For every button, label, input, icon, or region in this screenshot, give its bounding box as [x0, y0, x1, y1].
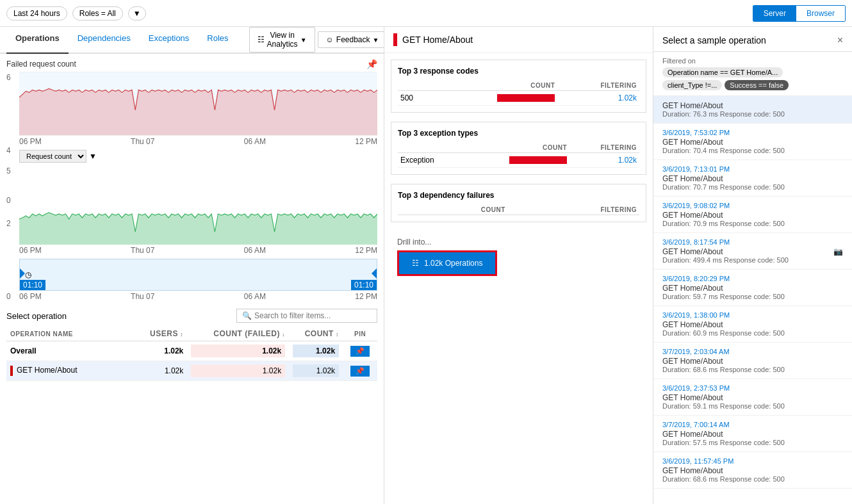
pin-btn[interactable]: 📌 — [350, 366, 370, 377]
feedback-btn[interactable]: ☺ Feedback ▼ — [318, 31, 384, 48]
sample-date: 3/6/2019, 2:37:53 PM — [662, 384, 843, 392]
operations-table: OPERATION NAME USERS ↕ COUNT (FAILED) ↓ … — [6, 327, 377, 381]
col-count: COUNT ↕ — [289, 327, 343, 341]
mid-content: Top 3 response codes COUNT FILTERING 500… — [384, 53, 653, 504]
sample-meta: Duration: 59.7 ms Response code: 500 — [662, 293, 843, 300]
list-item[interactable]: 3/6/2019, 8:17:54 PMGET Home/About📷Durat… — [653, 233, 852, 270]
chevron-down-icon: ▼ — [300, 37, 307, 44]
time-filter[interactable]: Last 24 hours — [6, 6, 67, 20]
df-col-type — [398, 205, 414, 215]
filter-chip[interactable]: Operation name == GET Home/A... — [662, 67, 783, 77]
view-analytics-btn[interactable]: ☷ View in Analytics ▼ — [249, 27, 315, 53]
roles-filter-label: Roles = All — [79, 9, 116, 18]
sample-meta: Duration: 57.5 ms Response code: 500 — [662, 439, 843, 446]
drill-button[interactable]: ☷ 1.02k Operations — [397, 250, 497, 276]
list-item[interactable]: GET Home/AboutDuration: 76.3 ms Response… — [653, 96, 852, 124]
request-count-dropdown: Request count ▼ — [19, 150, 377, 163]
tab-exceptions[interactable]: Exceptions — [140, 27, 199, 54]
sample-meta: Duration: 76.3 ms Response code: 500 — [662, 110, 843, 118]
sample-date: 3/6/2019, 9:08:02 PM — [662, 202, 843, 209]
middle-panel: GET Home/About Top 3 response codes COUN… — [384, 27, 653, 504]
sample-meta: Duration: 60.9 ms Response code: 500 — [662, 329, 843, 337]
sample-op: GET Home/About — [662, 138, 843, 147]
roles-filter[interactable]: Roles = All — [72, 6, 123, 20]
sample-op: GET Home/About — [662, 393, 843, 402]
brush-rewind-icon[interactable]: ◷ — [25, 270, 31, 279]
svg-marker-3 — [19, 213, 377, 245]
server-tab-btn[interactable]: Server — [753, 6, 796, 21]
tabs: Operations Dependencies Exceptions Roles — [0, 27, 244, 53]
chart-title-row: Failed request count 📌 — [6, 59, 377, 69]
list-item[interactable]: 3/7/2019, 7:00:14 AMGET Home/AboutDurati… — [653, 416, 852, 452]
chart-section: Failed request count 📌 6420 — [0, 54, 384, 305]
list-item[interactable]: 3/6/2019, 7:13:01 PMGET Home/AboutDurati… — [653, 160, 852, 197]
op-count-failed-cell: 1.02k — [187, 341, 289, 361]
tab-roles[interactable]: Roles — [198, 27, 237, 54]
et-bar — [464, 153, 570, 168]
pin-icon[interactable]: 📌 — [366, 59, 377, 69]
sample-date: 3/7/2019, 2:03:04 AM — [662, 348, 843, 355]
sample-op: GET Home/About📷 — [662, 247, 843, 256]
brush-selector[interactable]: ◷ 01:10 01:10 — [19, 259, 377, 291]
sample-op: GET Home/About — [662, 430, 843, 439]
grid-icon: ☷ — [258, 35, 265, 44]
response-codes-table: COUNT FILTERING 500 1.02k — [398, 81, 639, 106]
filter-icon-btn[interactable]: ▼ — [128, 6, 146, 20]
ops-title: Select operation — [6, 311, 67, 321]
drill-label: Drill into... — [397, 238, 640, 247]
sample-op: GET Home/About — [662, 357, 843, 366]
close-button[interactable]: × — [837, 35, 843, 46]
search-input[interactable] — [254, 311, 372, 320]
pin-btn[interactable]: 📌 — [350, 346, 370, 357]
sample-meta: Duration: 70.4 ms Response code: 500 — [662, 147, 843, 154]
feedback-chevron: ▼ — [373, 37, 379, 44]
col-op-name: OPERATION NAME — [6, 327, 135, 341]
list-item[interactable]: 3/6/2019, 2:37:53 PMGET Home/AboutDurati… — [653, 379, 852, 416]
brush-handle-right: 01:10 — [351, 280, 377, 290]
sample-date: 3/6/2019, 8:17:54 PM — [662, 238, 843, 246]
list-item[interactable]: 3/6/2019, 9:08:02 PMGET Home/AboutDurati… — [653, 197, 852, 233]
list-item[interactable]: 3/6/2019, 11:57:45 PMGET Home/AboutDurat… — [653, 452, 852, 489]
chevron-down-req: ▼ — [89, 152, 97, 161]
table-row[interactable]: Overall1.02k1.02k1.02k📌 — [6, 341, 377, 361]
filter-chip[interactable]: Success == false — [725, 80, 789, 90]
table-row[interactable]: GET Home/About1.02k1.02k1.02k📌 — [6, 361, 377, 381]
rc-count: 1.02k — [557, 91, 639, 106]
req-count-select[interactable]: Request count — [19, 150, 86, 163]
sample-op: GET Home/About — [662, 466, 843, 475]
et-count: 1.02k — [569, 153, 639, 168]
left-panel: Operations Dependencies Exceptions Roles… — [0, 27, 384, 504]
time-filter-label: Last 24 hours — [13, 9, 60, 18]
sample-date: 3/7/2019, 7:00:14 AM — [662, 421, 843, 428]
rc-bar — [433, 91, 557, 106]
tab-operations[interactable]: Operations — [6, 27, 69, 54]
sample-meta: Duration: 68.6 ms Response code: 500 — [662, 475, 843, 483]
dependency-failures-box: Top 3 dependency failures COUNT FILTERIN… — [391, 184, 646, 222]
op-count-cell: 1.02k — [289, 341, 343, 361]
sample-op: GET Home/About — [662, 320, 843, 329]
timeline-labels-bottom: 06 PMThu 0706 AM12 PM — [19, 245, 377, 256]
right-panel-title: Select a sample operation — [662, 35, 766, 45]
filter-chips: Operation name == GET Home/A...client_Ty… — [662, 67, 843, 90]
filter-chip[interactable]: client_Type !=... — [662, 80, 722, 90]
top-bar: Last 24 hours Roles = All ▼ Server Brows… — [0, 0, 852, 27]
main-layout: Operations Dependencies Exceptions Roles… — [0, 27, 852, 504]
filter-down-icon: ▼ — [133, 9, 141, 18]
df-col-count: COUNT — [414, 205, 507, 215]
browser-tab-btn[interactable]: Browser — [796, 6, 845, 21]
et-type: Exception — [398, 153, 464, 168]
smiley-icon: ☺ — [326, 35, 334, 44]
op-pin-cell: 📌 — [343, 341, 377, 361]
tab-dependencies[interactable]: Dependencies — [69, 27, 140, 54]
list-item[interactable]: 3/6/2019, 1:38:00 PMGET Home/AboutDurati… — [653, 306, 852, 343]
sort-icon-cf: ↓ — [282, 331, 285, 337]
list-item[interactable]: 3/6/2019, 8:20:29 PMGET Home/AboutDurati… — [653, 270, 852, 306]
sample-op: GET Home/About — [662, 211, 843, 220]
list-item[interactable]: 3/7/2019, 2:03:04 AMGET Home/AboutDurati… — [653, 343, 852, 379]
sort-icon-count: ↕ — [336, 331, 339, 337]
list-item[interactable]: 3/6/2019, 7:53:02 PMGET Home/AboutDurati… — [653, 124, 852, 160]
y-axis-bottom: 50 — [6, 165, 19, 206]
ops-header: Select operation 🔍 — [6, 309, 377, 323]
sample-meta: Duration: 499.4 ms Response code: 500 — [662, 256, 843, 264]
timeline-labels-top: 06 PMThu 0706 AM12 PM — [19, 136, 377, 147]
